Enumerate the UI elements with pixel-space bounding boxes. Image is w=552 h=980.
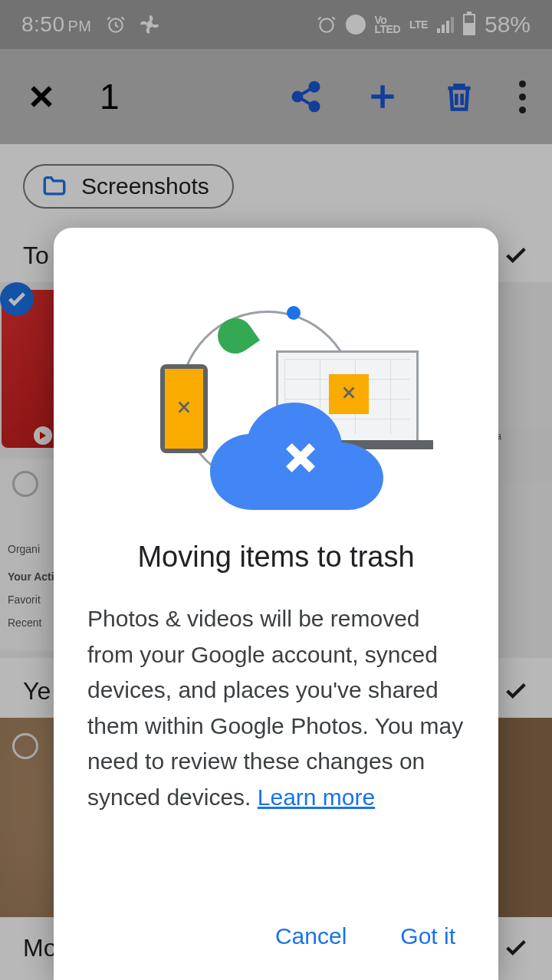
- dialog-actions: Cancel Got it: [87, 896, 465, 980]
- cloud-x-icon: [281, 438, 320, 481]
- dot-icon: [287, 306, 301, 320]
- dialog-body: Photos & videos will be removed from you…: [87, 601, 465, 815]
- dialog-title: Moving items to trash: [87, 541, 465, 574]
- phone-x-icon: [176, 399, 192, 419]
- confirm-button[interactable]: Got it: [400, 923, 455, 949]
- screen-root: 8:50PM VoLTED LTE 58%: [0, 0, 552, 980]
- laptop-x-icon: [340, 384, 357, 404]
- cloud-icon: [210, 403, 386, 510]
- dialog-body-text: Photos & videos will be removed from you…: [87, 606, 463, 810]
- cancel-button[interactable]: Cancel: [275, 923, 347, 949]
- trash-confirm-dialog: Moving items to trash Photos & videos wi…: [54, 228, 498, 980]
- learn-more-link[interactable]: Learn more: [258, 784, 375, 810]
- dialog-illustration: [87, 257, 465, 518]
- phone-icon: [160, 364, 208, 453]
